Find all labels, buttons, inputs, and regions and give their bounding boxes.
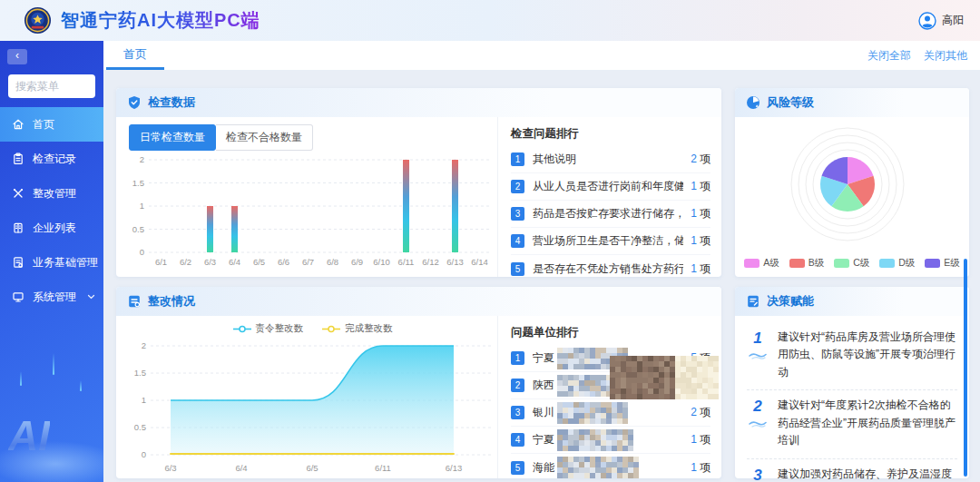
legend-item-完成整改数[interactable]: 完成整改数 (321, 322, 393, 335)
rank-item-text: 药品是否按贮存要求进行储存，并保证存放温湿… (533, 206, 683, 221)
legend-label: E级 (944, 257, 960, 270)
svg-text:6/1: 6/1 (155, 257, 167, 267)
decision-number: 3 (747, 466, 769, 482)
close-all-tabs-button[interactable]: 关闭全部 (867, 48, 911, 64)
app-logo-badge-icon (24, 6, 52, 34)
sidebar-collapse-button[interactable]: ‹ (7, 49, 27, 64)
rank-badge: 2 (511, 379, 524, 392)
panel-title: 检查数据 (148, 94, 195, 111)
daily-inspection-bar-chart: 00.511.526/16/26/36/46/56/66/76/86/96/10… (127, 151, 497, 278)
sidebar-item-label: 首页 (33, 117, 95, 133)
failed-inspection-count-button[interactable]: 检查不合格数量 (216, 124, 313, 151)
menu-search-input[interactable] (8, 74, 95, 98)
risk-level-pie-chart (735, 117, 967, 252)
sidebar-item-business[interactable]: 业务基础管理 (0, 245, 103, 280)
rank-badge: 4 (511, 433, 524, 447)
user-menu[interactable]: 高阳 (918, 12, 964, 30)
user-avatar-icon (918, 12, 936, 30)
rank-item-count: 1项 (691, 460, 710, 476)
sidebar-item-home[interactable]: 首页 (0, 107, 103, 142)
building-icon (12, 221, 24, 234)
list-item[interactable]: 4营业场所卫生是否干净整洁，储存区是否存放与…1项 (511, 228, 710, 255)
inspection-problem-ranking: 检查问题排行 1其他说明2项2从业人员是否进行岗前和年度健康检查，健康证…1项3… (497, 117, 721, 277)
list-item[interactable]: 2从业人员是否进行岗前和年度健康检查，健康证…1项 (511, 173, 710, 201)
svg-text:6/6: 6/6 (278, 257, 289, 267)
inspection-panel-header: 检查数据 (116, 88, 721, 117)
list-item[interactable]: 5是否存在不凭处方销售处方药行为1项 (511, 255, 710, 282)
report-doc-icon (127, 294, 142, 309)
doc-icon (12, 256, 24, 269)
main-content: 检查数据 日常检查数量 检查不合格数量 00.511.526/16/26/36/… (103, 70, 980, 482)
legend-swatch (789, 259, 805, 268)
svg-text:0.5: 0.5 (134, 422, 146, 432)
decision-panel-header: 决策赋能 (735, 287, 969, 316)
legend-item-D级[interactable]: D级 (879, 257, 915, 270)
legend-item-E级[interactable]: E级 (925, 257, 960, 270)
legend-item-责令整改数[interactable]: 责令整改数 (232, 322, 304, 335)
rank-badge: 1 (511, 152, 524, 166)
sidebar-item-label: 检查记录 (33, 152, 95, 167)
svg-text:6/8: 6/8 (327, 257, 338, 267)
app-title: 智通宁药AI大模型PC端 (61, 8, 260, 33)
legend-label: B级 (808, 257, 825, 270)
sidebar-item-enterprises[interactable]: 企业列表 (0, 211, 103, 245)
svg-text:6/4: 6/4 (229, 257, 240, 267)
tab-bar: 首页 关闭全部 关闭其他 (103, 41, 980, 70)
tab-home[interactable]: 首页 (106, 41, 164, 70)
decision-text: 建议针对“年度累计2次抽检不合格的药品经营企业”开展药品质量管理脱产培训 (778, 397, 957, 449)
legend-item-C级[interactable]: C级 (834, 257, 869, 270)
censored-name (557, 457, 639, 478)
decision-text: 建议加强对药品储存、养护及温湿度监控记录的检查 (778, 466, 957, 482)
svg-text:6/14: 6/14 (471, 257, 488, 267)
rank-item-text: 从业人员是否进行岗前和年度健康检查，健康证… (533, 179, 683, 194)
page-scrollbar[interactable] (964, 259, 967, 477)
svg-text:6/7: 6/7 (302, 257, 314, 267)
legend-swatch (744, 259, 760, 268)
rank-item-count: 1项 (691, 432, 710, 448)
sidebar-item-records[interactable]: 检查记录 (0, 142, 103, 176)
svg-text:6/3: 6/3 (164, 463, 176, 473)
svg-text:1.5: 1.5 (134, 368, 146, 378)
list-item[interactable]: 3银川2项 (511, 399, 710, 427)
daily-inspection-count-button[interactable]: 日常检查数量 (129, 124, 216, 151)
list-item[interactable]: 3药品是否按贮存要求进行储存，并保证存放温湿…1项 (511, 201, 710, 228)
panel-title: 风险等级 (767, 94, 814, 111)
rank-item-text: 营业场所卫生是否干净整洁，储存区是否存放与… (533, 233, 683, 249)
user-name: 高阳 (942, 13, 964, 28)
problem-ranking-list: 1其他说明2项2从业人员是否进行岗前和年度健康检查，健康证…1项3药品是否按贮存… (511, 146, 710, 282)
censored-name (557, 375, 612, 397)
rank-item-count: 2项 (691, 152, 710, 167)
rank-item-count: 2项 (691, 405, 710, 420)
rank-badge: 3 (511, 207, 524, 221)
ranking-title: 检查问题排行 (511, 126, 710, 142)
close-other-tabs-button[interactable]: 关闭其他 (924, 48, 967, 64)
legend-item-B级[interactable]: B级 (789, 257, 825, 270)
svg-text:1: 1 (140, 201, 144, 211)
list-item[interactable]: 4宁夏1项 (511, 427, 710, 454)
unit-name-prefix: 宁夏 (533, 432, 554, 448)
censored-block (610, 356, 675, 399)
legend-label: A级 (763, 257, 779, 270)
decision-suggestion: 2建议针对“年度累计2次抽检不合格的药品经营企业”开展药品质量管理脱产培训 (747, 390, 957, 458)
svg-text:6/4: 6/4 (235, 463, 247, 473)
legend-label: 完成整改数 (345, 322, 393, 335)
sidebar-item-label: 企业列表 (33, 221, 95, 236)
svg-text:6/11: 6/11 (375, 463, 391, 473)
sidebar-item-rectify[interactable]: 整改管理 (0, 176, 103, 211)
list-item[interactable]: 5海能1项 (511, 454, 710, 481)
pie-chart-icon (746, 95, 760, 110)
sidebar-item-label: 系统管理 (33, 290, 79, 305)
rank-item-text: 是否存在不凭处方销售处方药行为 (533, 261, 683, 277)
svg-text:6/5: 6/5 (253, 257, 265, 267)
sidebar-item-system[interactable]: 系统管理 (0, 280, 103, 314)
legend-item-A级[interactable]: A级 (744, 257, 779, 270)
sidebar-decoration (20, 371, 22, 386)
list-item[interactable]: 1其他说明2项 (511, 146, 710, 173)
legend-label: 责令整改数 (256, 322, 304, 335)
rank-item-text: 银川 (533, 402, 683, 424)
svg-text:1: 1 (142, 395, 146, 405)
rank-item-text: 宁夏 (533, 429, 683, 451)
decision-number: 1 (747, 329, 769, 381)
rank-item-text: 海能 (533, 457, 683, 478)
rank-item-text: 其他说明 (533, 152, 683, 167)
